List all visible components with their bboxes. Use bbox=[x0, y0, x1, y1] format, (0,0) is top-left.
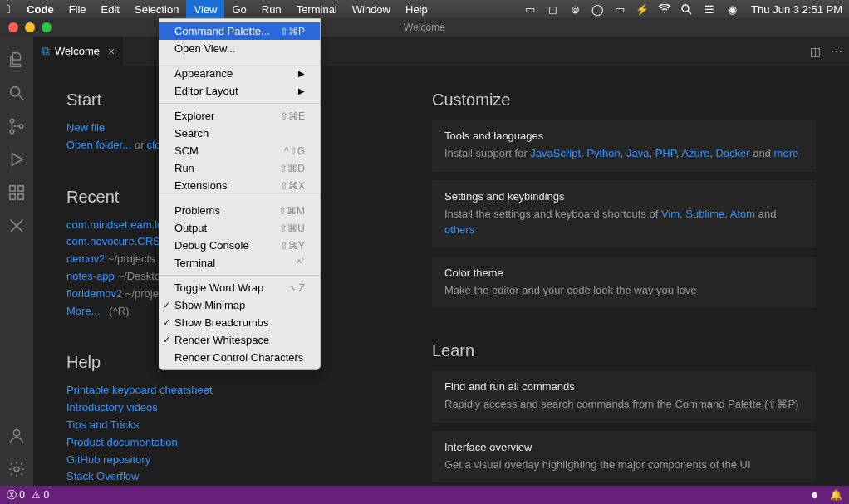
menu-item[interactable]: Toggle Word Wrap⌥Z bbox=[159, 279, 320, 296]
menu-item[interactable]: Debug Console⇧⌘Y bbox=[159, 237, 320, 254]
run-debug-icon[interactable] bbox=[0, 143, 33, 176]
menu-file[interactable]: File bbox=[61, 0, 94, 18]
menu-item[interactable]: ✓Render Whitespace bbox=[159, 331, 320, 349]
svg-point-7 bbox=[19, 125, 23, 129]
menubar-datetime[interactable]: Thu Jun 3 2:51 PM bbox=[751, 3, 842, 16]
learn-card[interactable]: Interface overviewGet a visual overlay h… bbox=[432, 431, 816, 483]
siri-icon[interactable]: ◉ bbox=[725, 3, 739, 16]
explorer-icon[interactable] bbox=[0, 43, 33, 76]
menu-app[interactable]: Code bbox=[19, 0, 61, 18]
menu-item-shortcut: ⇧⌘M bbox=[278, 205, 305, 217]
menu-item[interactable]: Command Palette...⇧⌘P bbox=[159, 22, 320, 40]
card-link[interactable]: Azure bbox=[681, 147, 709, 159]
menu-item[interactable]: ✓Show Minimap bbox=[159, 296, 320, 314]
help-link[interactable]: Introductory videos bbox=[66, 401, 158, 413]
menu-run[interactable]: Run bbox=[254, 0, 289, 18]
menu-item-label: Toggle Word Wrap bbox=[174, 281, 263, 294]
menu-item[interactable]: ✓Show Breadcrumbs bbox=[159, 314, 320, 331]
battery-icon[interactable]: ⚡ bbox=[636, 3, 649, 16]
search-icon[interactable] bbox=[0, 76, 33, 110]
new-file-link[interactable]: New file bbox=[66, 121, 105, 134]
card-link[interactable]: Sublime bbox=[685, 208, 724, 220]
card-link[interactable]: JavaScript bbox=[530, 147, 581, 159]
window-zoom-button[interactable] bbox=[42, 22, 52, 32]
more-actions-icon[interactable]: ⋯ bbox=[831, 45, 842, 58]
wifi-icon[interactable] bbox=[658, 4, 671, 14]
menu-separator bbox=[159, 275, 320, 276]
menu-item[interactable]: Render Control Characters bbox=[159, 349, 320, 366]
menu-selection[interactable]: Selection bbox=[127, 0, 186, 18]
menu-go[interactable]: Go bbox=[224, 0, 253, 18]
source-control-icon[interactable] bbox=[0, 110, 33, 143]
help-link[interactable]: GitHub repository bbox=[66, 453, 150, 466]
tab-close-icon[interactable]: × bbox=[108, 45, 115, 58]
recent-item[interactable]: demov2 bbox=[66, 252, 105, 265]
menu-edit[interactable]: Edit bbox=[94, 0, 127, 18]
menu-item[interactable]: Appearance▶ bbox=[159, 65, 320, 82]
menu-item[interactable]: SCM^⇧G bbox=[159, 142, 320, 159]
window-close-button[interactable] bbox=[8, 22, 18, 32]
menu-item[interactable]: Terminal^` bbox=[159, 254, 320, 272]
split-editor-icon[interactable]: ◫ bbox=[810, 45, 821, 58]
customize-card[interactable]: Tools and languagesInstall support for J… bbox=[432, 120, 816, 172]
recent-more-link[interactable]: More... bbox=[66, 305, 100, 317]
status-bell-icon[interactable]: 🔔 bbox=[830, 489, 842, 501]
check-icon: ✓ bbox=[163, 335, 170, 345]
open-folder-link[interactable]: Open folder... bbox=[66, 139, 131, 151]
menu-help[interactable]: Help bbox=[398, 0, 435, 18]
menu-item[interactable]: Search bbox=[159, 125, 320, 142]
tab-welcome[interactable]: ⧉ Welcome × bbox=[33, 37, 123, 66]
customize-card[interactable]: Settings and keybindingsInstall the sett… bbox=[432, 180, 816, 248]
spotlight-icon[interactable] bbox=[680, 3, 694, 15]
menu-item-label: Terminal bbox=[174, 257, 215, 269]
help-link[interactable]: Product documentation bbox=[66, 436, 178, 448]
tray-icon[interactable]: ◻ bbox=[546, 3, 559, 16]
card-link[interactable]: Java bbox=[626, 147, 649, 159]
help-link[interactable]: Stack Overflow bbox=[66, 470, 139, 482]
menu-item[interactable]: Output⇧⌘U bbox=[159, 219, 320, 237]
tray-icon[interactable]: ◯ bbox=[591, 3, 604, 16]
status-bar: ⓧ 0 ⚠ 0 ☻ 🔔 bbox=[0, 486, 849, 504]
menu-item[interactable]: Open View... bbox=[159, 40, 320, 57]
apple-menu-icon[interactable]:  bbox=[7, 2, 11, 16]
menu-item-shortcut: ⇧⌘P bbox=[280, 26, 305, 37]
status-feedback-icon[interactable]: ☻ bbox=[809, 489, 820, 501]
menu-view[interactable]: View bbox=[186, 0, 224, 18]
control-center-icon[interactable]: ☰ bbox=[703, 3, 716, 16]
menu-item[interactable]: Problems⇧⌘M bbox=[159, 202, 320, 219]
status-warnings[interactable]: ⚠ 0 bbox=[32, 489, 49, 501]
card-more-link[interactable]: others bbox=[444, 223, 474, 236]
settings-gear-icon[interactable] bbox=[0, 453, 33, 486]
card-more-link[interactable]: more bbox=[774, 147, 799, 159]
card-link[interactable]: Atom bbox=[730, 208, 755, 220]
tray-icon[interactable]: ▭ bbox=[523, 3, 537, 16]
recent-item[interactable]: notes-app bbox=[66, 270, 115, 282]
extensions-icon[interactable] bbox=[0, 176, 33, 209]
recent-item[interactable]: fioridemov2 bbox=[66, 287, 122, 300]
menu-window[interactable]: Window bbox=[345, 0, 398, 18]
menu-item[interactable]: Explorer⇧⌘E bbox=[159, 107, 320, 125]
menu-item[interactable]: Run⇧⌘D bbox=[159, 159, 320, 177]
window-minimize-button[interactable] bbox=[25, 22, 35, 32]
card-link[interactable]: PHP bbox=[655, 147, 676, 159]
window-titlebar: Welcome bbox=[0, 18, 849, 37]
learn-card[interactable]: Find and run all commandsRapidly access … bbox=[432, 370, 816, 423]
menu-terminal[interactable]: Terminal bbox=[289, 0, 345, 18]
recent-item[interactable]: com.novocure.CRSAp bbox=[66, 235, 174, 247]
vscode-icon: ⧉ bbox=[42, 44, 50, 58]
tools-icon[interactable] bbox=[0, 209, 33, 242]
card-link[interactable]: Docker bbox=[715, 147, 749, 159]
card-link[interactable]: Vim bbox=[661, 208, 680, 220]
svg-line-4 bbox=[19, 95, 24, 100]
card-link[interactable]: Python bbox=[586, 147, 620, 159]
customize-card[interactable]: Color themeMake the editor and your code… bbox=[432, 257, 816, 309]
help-link[interactable]: Printable keyboard cheatsheet bbox=[66, 384, 213, 396]
menu-item[interactable]: Extensions⇧⌘X bbox=[159, 177, 320, 194]
tray-icon[interactable]: ⊚ bbox=[568, 3, 582, 16]
status-errors[interactable]: ⓧ 0 bbox=[7, 488, 25, 502]
menu-item[interactable]: Editor Layout▶ bbox=[159, 82, 320, 100]
tray-icon[interactable]: ▭ bbox=[613, 3, 626, 16]
menu-item-label: Open View... bbox=[174, 42, 235, 55]
help-link[interactable]: Tips and Tricks bbox=[66, 418, 139, 431]
account-icon[interactable] bbox=[0, 419, 33, 453]
